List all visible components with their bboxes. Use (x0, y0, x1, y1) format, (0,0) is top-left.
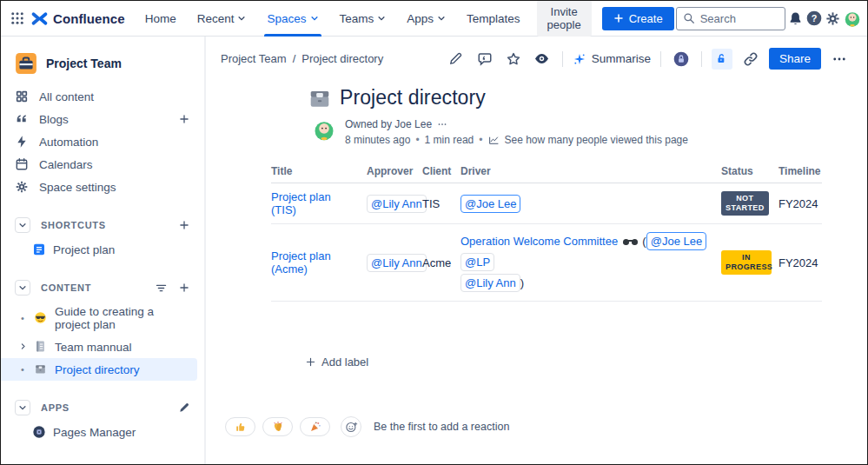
chevron-down-icon (237, 14, 246, 23)
views-link[interactable]: See how many people viewed this page (505, 133, 688, 147)
search-box[interactable] (676, 7, 785, 30)
comment-bubble-icon[interactable] (474, 49, 495, 70)
app-item-pages-manager[interactable]: Pages Manager (1, 421, 204, 443)
sidebar-item-blogs[interactable]: Blogs (1, 108, 204, 130)
divider (562, 51, 563, 67)
timeline-value: FY2024 (779, 197, 818, 210)
shortcut-item-project-plan[interactable]: Project plan (1, 238, 204, 261)
divider (660, 51, 661, 67)
user-mention[interactable]: @Lily Ann (367, 254, 427, 272)
space-header[interactable]: Project Team (1, 45, 204, 85)
app-switcher-icon[interactable] (10, 6, 25, 30)
top-navigation: Confluence Home Recent Spaces Teams Apps… (1, 1, 867, 37)
add-blog-icon[interactable] (178, 113, 190, 125)
user-mention-selected[interactable]: @Joe Lee (461, 195, 520, 213)
owner-avatar[interactable] (312, 117, 336, 142)
col-header-title: Title (271, 162, 367, 183)
party-popper-reaction[interactable] (300, 417, 330, 436)
client-value: TIS (422, 197, 440, 210)
user-mention[interactable]: @LP (461, 253, 494, 271)
page-age: 8 minutes ago (345, 133, 410, 147)
thumbs-up-icon (235, 421, 247, 433)
user-mention[interactable]: @Lily Ann (461, 274, 520, 292)
read-time: 1 min read (425, 133, 474, 147)
page-link[interactable]: Project plan (TIS) (271, 190, 356, 216)
space-briefcase-icon (15, 52, 37, 75)
timeline-value: FY2024 (779, 256, 818, 269)
thumbs-up-reaction[interactable] (225, 417, 255, 436)
invite-people-button[interactable]: Invite people (537, 0, 592, 37)
nav-item-recent[interactable]: Recent (188, 1, 256, 37)
sidebar-item-all-content[interactable]: All content (1, 85, 204, 108)
pages-manager-app-icon (32, 425, 46, 439)
clapping-hands-reaction[interactable] (262, 417, 293, 436)
collapse-apps-icon[interactable] (15, 400, 30, 415)
unlock-icon[interactable] (712, 49, 732, 70)
watch-eye-icon[interactable] (532, 49, 553, 70)
settings-gear-icon[interactable] (825, 6, 841, 30)
committee-link[interactable]: Operation Welcome Committee (461, 235, 618, 248)
sidebar-item-calendars[interactable]: Calendars (1, 153, 204, 176)
grid-squares-icon (15, 90, 29, 103)
expand-chevron-icon[interactable] (18, 342, 27, 352)
owner-more-icon[interactable] (437, 119, 447, 130)
sunglasses-icon (623, 239, 638, 246)
filter-icon[interactable] (155, 282, 168, 295)
add-label-button[interactable]: Add label (305, 355, 368, 369)
card-file-box-icon (308, 87, 331, 110)
chevron-down-icon (310, 14, 319, 23)
chevron-down-icon (437, 14, 446, 23)
share-button[interactable]: Share (769, 48, 821, 70)
user-mention-selected[interactable]: @Joe Lee (646, 232, 706, 250)
col-header-driver: Driver (461, 162, 721, 183)
content-item-project-directory[interactable]: • Project directory (1, 358, 197, 381)
confluence-logo[interactable]: Confluence (27, 10, 134, 28)
plus-icon (613, 13, 624, 23)
owned-by-text[interactable]: Owned by Joe Lee (345, 117, 432, 131)
breadcrumb-page[interactable]: Project directory (301, 52, 383, 65)
reaction-hint: Be the first to add a reaction (374, 421, 509, 433)
create-button[interactable]: Create (602, 7, 674, 30)
table-row: Project plan (Acme) @Lily Ann Acme Opera… (271, 224, 822, 302)
nav-item-templates[interactable]: Templates (457, 1, 530, 37)
nav-item-apps[interactable]: Apps (397, 1, 455, 37)
summarise-button[interactable]: Summarise (573, 52, 651, 66)
help-icon[interactable]: ? (805, 6, 823, 30)
page-link[interactable]: Project plan (Acme) (271, 249, 356, 276)
add-shortcut-icon[interactable] (178, 219, 190, 231)
content-item-team-mannual[interactable]: Team mannual (1, 335, 204, 358)
edit-pencil-icon[interactable] (446, 49, 467, 70)
ai-sparkle-icon (573, 52, 586, 66)
content-item-guide[interactable]: • Guide to creating a project plan (1, 301, 204, 335)
add-content-icon[interactable] (178, 282, 190, 294)
table-header-row: Title Approver Client Driver Status Time… (271, 162, 822, 183)
nav-item-teams[interactable]: Teams (330, 1, 396, 37)
user-mention[interactable]: @Lily Ann (367, 195, 427, 213)
bullet-marker: • (18, 364, 27, 375)
status-badge[interactable]: IN PROGRESS (721, 250, 772, 275)
sidebar-item-automation[interactable]: Automation (1, 130, 204, 153)
user-avatar[interactable] (843, 6, 862, 30)
nav-item-spaces[interactable]: Spaces (257, 1, 328, 37)
content-title: CONTENT (41, 282, 144, 293)
star-icon[interactable] (503, 49, 524, 70)
more-options-icon[interactable] (829, 49, 850, 70)
breadcrumb-space[interactable]: Project Team (221, 52, 287, 65)
collapse-content-icon[interactable] (15, 280, 30, 296)
app-lock-circle-icon[interactable] (671, 49, 692, 70)
page-title-row: Project directory (308, 86, 867, 110)
nav-item-home[interactable]: Home (136, 1, 186, 37)
link-icon[interactable] (740, 49, 761, 70)
page-toolbar: Summarise Share (446, 48, 850, 70)
sidebar-item-space-settings[interactable]: Space settings (1, 176, 204, 198)
collapse-shortcuts-icon[interactable] (15, 217, 30, 233)
search-input[interactable] (700, 12, 779, 25)
add-reaction-icon[interactable] (341, 416, 361, 437)
svg-text:?: ? (811, 13, 817, 23)
notifications-icon[interactable] (787, 6, 804, 30)
paren: ) (520, 276, 524, 289)
gear-icon (15, 180, 29, 194)
page-title: Project directory (340, 86, 486, 110)
status-badge[interactable]: NOT STARTED (721, 191, 769, 216)
edit-apps-pencil-icon[interactable] (178, 402, 190, 414)
